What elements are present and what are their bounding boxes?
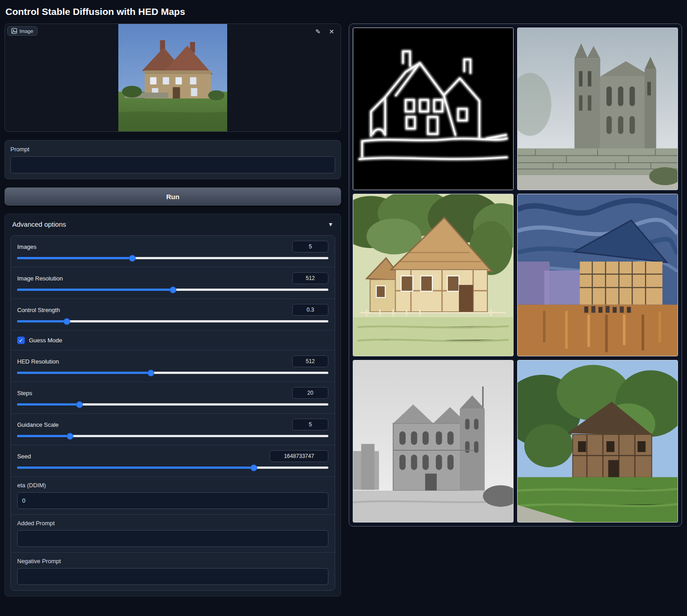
prompt-input[interactable] bbox=[10, 156, 335, 173]
added-prompt-row: Added Prompt bbox=[11, 515, 335, 553]
control-strength-slider-row: Control Strength bbox=[11, 299, 335, 331]
added-prompt-input[interactable] bbox=[17, 530, 328, 547]
run-button[interactable]: Run bbox=[5, 187, 341, 205]
gallery-item-painted-cottage[interactable] bbox=[353, 194, 514, 356]
gallery-item-impressionist-house[interactable] bbox=[517, 194, 678, 356]
edit-image-button[interactable]: ✎ bbox=[313, 26, 323, 37]
steps-slider-fill bbox=[17, 403, 79, 406]
control-strength-slider-thumb[interactable] bbox=[64, 318, 70, 325]
hed-resolution-slider-row: HED Resolution bbox=[11, 350, 335, 382]
stone-castle-image bbox=[518, 28, 678, 190]
steps-value-input[interactable] bbox=[292, 387, 328, 399]
image-toolbar: ✎ ✕ bbox=[313, 26, 337, 37]
images-slider-fill bbox=[17, 257, 132, 259]
prompt-label: Prompt bbox=[10, 146, 335, 153]
images-slider[interactable] bbox=[17, 257, 328, 259]
gallery-item-hed-edge-map[interactable] bbox=[353, 28, 514, 190]
hed-resolution-slider-label: HED Resolution bbox=[17, 358, 59, 365]
prompt-block: Prompt bbox=[5, 140, 341, 179]
image-resolution-slider-fill bbox=[17, 289, 173, 291]
output-gallery bbox=[349, 23, 682, 527]
steps-slider-thumb[interactable] bbox=[76, 401, 83, 408]
guidance-scale-slider-label: Guidance Scale bbox=[17, 421, 59, 428]
hed-resolution-slider[interactable] bbox=[17, 372, 328, 374]
control-strength-slider-label: Control Strength bbox=[17, 307, 60, 313]
advanced-options-header[interactable]: Advanced options ▼ bbox=[10, 219, 335, 229]
advanced-options-accordion: Advanced options ▼ Images bbox=[5, 214, 341, 597]
page-title: Control Stable Diffusion with HED Maps bbox=[5, 6, 682, 17]
eta-row: eta (DDIM) bbox=[11, 477, 335, 515]
guess-mode-checkbox[interactable]: ✓ bbox=[17, 336, 25, 344]
image-resolution-value-input[interactable] bbox=[292, 272, 328, 284]
image-resolution-slider-label: Image Resolution bbox=[17, 275, 63, 282]
control-strength-slider-fill bbox=[17, 320, 67, 322]
guidance-scale-slider-thumb[interactable] bbox=[67, 433, 74, 439]
guidance-scale-slider[interactable] bbox=[17, 435, 328, 437]
timber-house-image bbox=[518, 360, 678, 522]
steps-slider-row: Steps bbox=[11, 382, 335, 414]
steps-slider[interactable] bbox=[17, 403, 328, 406]
image-input-label: Image bbox=[7, 26, 37, 36]
images-slider-label: Images bbox=[17, 243, 37, 250]
image-icon bbox=[11, 28, 17, 34]
image-input: Image ✎ ✕ bbox=[5, 23, 341, 132]
images-value-input[interactable] bbox=[292, 241, 328, 252]
image-input-label-text: Image bbox=[19, 28, 33, 34]
close-icon: ✕ bbox=[329, 28, 334, 35]
seed-slider[interactable] bbox=[17, 467, 328, 469]
seed-slider-label: Seed bbox=[17, 453, 31, 460]
steps-slider-label: Steps bbox=[17, 390, 32, 397]
seed-slider-row: Seed bbox=[11, 445, 335, 477]
painted-cottage-image bbox=[353, 194, 513, 356]
hed-resolution-value-input[interactable] bbox=[292, 355, 328, 367]
image-resolution-slider-row: Image Resolution bbox=[11, 267, 335, 299]
uploaded-house-photo bbox=[118, 24, 227, 131]
hed-edge-map-image bbox=[353, 28, 513, 190]
added-prompt-label: Added Prompt bbox=[17, 520, 328, 527]
advanced-options-title: Advanced options bbox=[12, 220, 66, 228]
seed-value-input[interactable] bbox=[270, 450, 328, 462]
eta-label: eta (DDIM) bbox=[17, 482, 328, 489]
control-strength-value-input[interactable] bbox=[292, 304, 328, 316]
guidance-scale-value-input[interactable] bbox=[292, 419, 328, 430]
negative-prompt-row: Negative Prompt bbox=[11, 553, 335, 590]
hed-resolution-slider-thumb[interactable] bbox=[148, 369, 154, 376]
chevron-down-icon: ▼ bbox=[328, 221, 333, 228]
guidance-scale-slider-fill bbox=[17, 435, 70, 437]
eta-input[interactable] bbox=[17, 492, 328, 509]
check-icon: ✓ bbox=[19, 337, 23, 344]
controls-column: Image ✎ ✕ bbox=[5, 23, 341, 597]
app-page: Control Stable Diffusion with HED Maps I… bbox=[0, 0, 687, 616]
image-resolution-slider[interactable] bbox=[17, 289, 328, 291]
hed-resolution-slider-fill bbox=[17, 372, 151, 374]
advanced-options-body: Images Image Resolution bbox=[10, 235, 335, 591]
impressionist-house-image bbox=[518, 194, 678, 356]
bw-manor-image bbox=[353, 360, 513, 522]
clear-image-button[interactable]: ✕ bbox=[326, 26, 337, 37]
guess-mode-row: ✓ Guess Mode bbox=[11, 331, 335, 350]
gallery-item-timber-house[interactable] bbox=[517, 360, 678, 523]
images-slider-row: Images bbox=[11, 236, 335, 267]
images-slider-thumb[interactable] bbox=[129, 255, 136, 261]
seed-slider-thumb[interactable] bbox=[250, 464, 257, 471]
gallery-item-stone-castle[interactable] bbox=[517, 28, 678, 190]
seed-slider-fill bbox=[17, 467, 254, 469]
control-strength-slider[interactable] bbox=[17, 320, 328, 322]
negative-prompt-input[interactable] bbox=[17, 568, 328, 585]
guidance-scale-slider-row: Guidance Scale bbox=[11, 414, 335, 445]
image-resolution-slider-thumb[interactable] bbox=[169, 286, 176, 293]
gallery-item-bw-manor[interactable] bbox=[353, 360, 514, 523]
pencil-icon: ✎ bbox=[315, 28, 321, 35]
uploaded-image[interactable] bbox=[118, 24, 227, 131]
negative-prompt-label: Negative Prompt bbox=[17, 558, 328, 565]
guess-mode-label: Guess Mode bbox=[29, 337, 62, 344]
main-layout: Image ✎ ✕ bbox=[5, 23, 682, 597]
